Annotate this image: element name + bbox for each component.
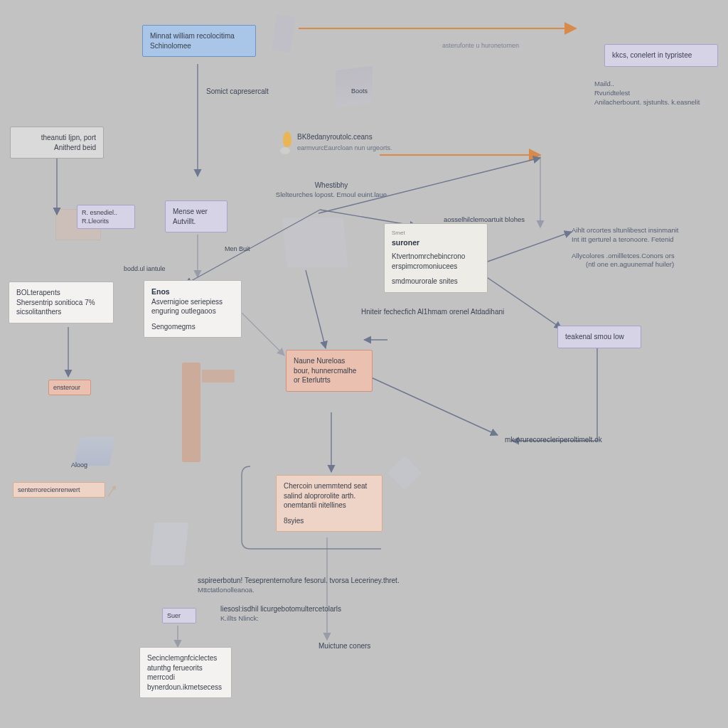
node-midleft-lav: Mense wer Autvillt. (165, 200, 228, 232)
label-top-right: Maild.. Rvuridtelest Anilacherbount. sjs… (594, 80, 728, 107)
node-rl-l1: teakenal smou low (565, 332, 633, 342)
node-midleft-lav-small: R. esnediel.. R.Lleorits (77, 205, 135, 229)
ghost-blur-4 (182, 363, 200, 462)
node-top-blue: Minnat william recolocitima Schinolomee (142, 25, 256, 57)
node-bp-l4: 8syies (284, 516, 375, 526)
node-left-mid-white: Enos Asvernigioe seriepiess enguring out… (144, 280, 242, 338)
node-top-blue-line2: Schinolomee (150, 41, 248, 51)
label-right-down: mk.orurecorecleriperoltimelt.ok (505, 435, 602, 445)
svg-line-9 (306, 270, 326, 348)
node-cc-l3: smdmourorale snites (392, 277, 480, 287)
label-rb-l3: Allycolores .omillletces.Conors ors (572, 252, 721, 261)
ghost-ball (280, 147, 290, 154)
node-blw-l3: merrcodi (147, 673, 224, 682)
label-pin2: earmvurcEaurcloan nun urgeorts. (297, 144, 392, 152)
node-lw-l2: sicsolitanthers (16, 307, 106, 317)
node-cc-l1: Ktvertnomrchebincrono (392, 252, 480, 262)
node-cp-l1: Naune Nureloas (294, 356, 365, 366)
node-cc-tag: Smet (392, 230, 480, 237)
svg-line-13 (242, 313, 284, 355)
label-books: Boots (351, 87, 368, 95)
node-bl-tiny: ensterour (48, 380, 91, 395)
node-lmw-l1: Asvernigioe seriepiess (151, 297, 234, 307)
node-mls-l1: R. esnediel.. (82, 208, 130, 217)
label-b1-l1: sspireerbotun! Teseprenternofure fesorul… (198, 577, 400, 584)
label-l1: Somict capresercalt (206, 87, 269, 97)
node-ml-l1: Mense wer (173, 207, 220, 217)
ghost-blur-6 (150, 523, 188, 565)
svg-line-11 (370, 377, 498, 435)
node-blt-l1: ensterour (53, 383, 86, 392)
node-tl-grey-l1: theanuti Ijpn, port (18, 133, 96, 143)
node-bl-tiny2: senterrorecienrenwert (13, 482, 105, 498)
node-cc-l2: erspimcromoniucees (392, 262, 480, 272)
label-bottom2: liesosl:isdhil licurgebotomultercetolarl… (220, 604, 505, 623)
node-right-lav: teakenal smou low (557, 326, 641, 348)
node-lmw-l2: enguring outlegaoos (151, 306, 234, 316)
label-rb-l4: (ntl one en.aguunemaf huiler) (572, 260, 721, 269)
node-lmw-t: Enos (151, 287, 170, 296)
label-ca-l2: Slelteurches lopost. Emoul euint.laue (253, 191, 410, 200)
node-bl-lav: Suer (162, 608, 196, 623)
label-left-tiny2: Men Buit (225, 245, 250, 253)
node-bp-l3: onemtantii nitellines (284, 500, 375, 510)
ghost-blur-7 (387, 456, 422, 490)
node-blt2-l1: senterrorecienrenwert (18, 486, 100, 494)
label-mid-small: Aloog (71, 461, 87, 469)
node-blw-l2: atunthg ferueorits (147, 663, 224, 673)
node-cp-l2: bour, hunnercmalhe (294, 366, 365, 376)
node-bl-white: Secinclemgnfciclectes atunthg ferueorits… (139, 647, 232, 698)
node-cc-title: suroner (392, 238, 419, 247)
svg-line-8 (483, 232, 572, 263)
label-tr-l2: Rvuridtelest (594, 89, 728, 98)
label-b1-l2: Mttctatlonolleanoa. (198, 586, 553, 595)
node-lmw-l3: Sengomegms (151, 322, 234, 332)
label-center-below: Hniteir fechecfich Al1hmam orenel Atdadi… (361, 307, 504, 317)
label-ca-l1: Whestibhy (315, 181, 348, 189)
label-rb-l2: Int itt gerturel a teronoore. Fetenid (572, 235, 721, 245)
node-blw-l1: Secinclemgnfciclectes (147, 653, 224, 663)
node-lw-t: BOLterapents (16, 288, 106, 298)
icon-arrow-orange (107, 483, 118, 500)
label-top-arrow-sub: asterufonte u huronetomen (442, 41, 519, 50)
node-tl-grey: theanuti Ijpn, port Anitherd beid (10, 127, 104, 159)
node-trl-l1: kkcs, conelert in typristee (612, 50, 710, 60)
label-right-block: Aihlt orcortes sltunlibesct insinmanit I… (572, 226, 721, 269)
node-center-peach: Naune Nureloas bour, hunnercmalhe or Ete… (286, 350, 373, 392)
node-top-blue-line1: Minnat william recolocitima (150, 31, 248, 41)
label-left-tiny: bodd.ul iantule (124, 264, 166, 273)
node-lw-l1: Shersentrip sonitioca 7% (16, 298, 106, 308)
node-bllav-l1: Suer (167, 611, 191, 620)
node-bp-l2: salind aloprorolite arth. (284, 491, 375, 501)
node-blw-l4: bynerdoun.ikmetsecess (147, 682, 224, 692)
label-rb-l1: Aihlt orcortes sltunlibesct insinmanit (572, 226, 721, 235)
label-bottom3: Muictune coners (318, 641, 370, 651)
node-cp-l3: or Eterlutrts (294, 375, 365, 385)
node-bp-l1: Chercoin unemmtend seat (284, 481, 375, 491)
ghost-blur-4b (202, 370, 235, 382)
node-topright-lav: kkcs, conelert in typristee (604, 44, 718, 67)
node-center-card: Smet suroner Ktvertnomrchebincrono erspi… (384, 223, 488, 293)
diagram-canvas: Minnat william recolocitima Schinolomee … (0, 0, 728, 728)
ghost-blur-8 (282, 218, 348, 267)
node-tl-grey-l2: Anitherd beid (18, 143, 96, 153)
ghost-pin (283, 132, 291, 147)
label-bottom1: sspireerbotun! Teseprenternofure fesorul… (198, 576, 553, 594)
label-hook: aosselhilclemoartuit blohes (444, 215, 525, 225)
label-center-above: Whestibhy Slelteurches lopost. Emoul eui… (253, 181, 410, 199)
node-bottom-peach: Chercoin unemmtend seat salind aloprorol… (276, 475, 382, 532)
label-b2-l1: liesosl:isdhil licurgebotomultercetolarl… (220, 605, 341, 613)
node-mls-l2: R.Lleorits (82, 217, 130, 225)
label-tr-l3: Anilacherbount. sjstunlts. k.easnelit (594, 98, 728, 107)
label-pin1: BK8edanyroutolc.ceans (297, 132, 373, 142)
label-tr-l1: Maild.. (594, 80, 728, 89)
node-left-white: BOLterapents Shersentrip sonitioca 7% si… (9, 282, 114, 323)
node-ml-l2: Autvillt. (173, 217, 220, 227)
label-b2-l2: K.illts Nlinck: (220, 614, 505, 623)
ghost-blur-2 (272, 14, 296, 52)
